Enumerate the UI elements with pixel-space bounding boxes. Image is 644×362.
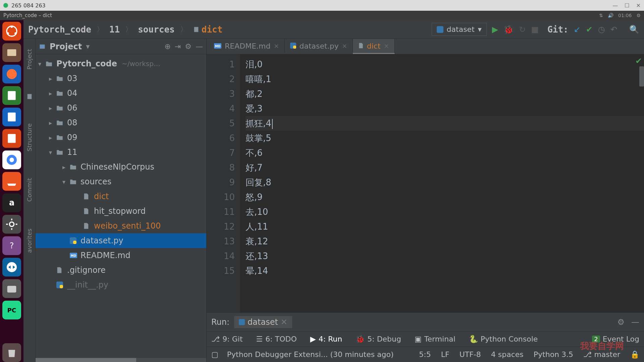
tree-item-sources[interactable]: ▾sources xyxy=(36,174,206,189)
git-update-icon[interactable]: ↙ xyxy=(574,25,581,34)
expand-arrow-icon[interactable]: ▸ xyxy=(49,75,56,82)
close-icon[interactable]: ✕ xyxy=(274,43,279,50)
gutter-project[interactable]: Project xyxy=(26,46,33,73)
expand-arrow-icon[interactable]: ▸ xyxy=(49,90,56,97)
code-line[interactable]: 怒,9 xyxy=(246,190,644,204)
code-line[interactable]: 好,7 xyxy=(246,160,644,175)
software-icon[interactable] xyxy=(2,172,21,191)
run-settings-icon[interactable]: ⚙ xyxy=(617,317,625,327)
tool-python-console[interactable]: 🐍Python Console xyxy=(469,335,538,343)
hide-icon[interactable]: — xyxy=(196,42,203,51)
tree-item--gitignore[interactable]: .gitignore xyxy=(36,263,206,278)
code-line[interactable]: 回复,8 xyxy=(246,175,644,190)
close-icon[interactable]: ✕ xyxy=(342,43,347,50)
firefox-icon[interactable] xyxy=(2,65,21,83)
code-editor[interactable]: 123456789101112131415 泪,0嘻嘻,1都,2爱,3抓狂,4鼓… xyxy=(207,54,644,312)
code-line[interactable]: 还,13 xyxy=(246,249,644,263)
tree-item-11[interactable]: ▾11 xyxy=(36,145,206,160)
tree-item---init---py[interactable]: __init__.py xyxy=(36,278,206,292)
debug-button[interactable]: 🐞 xyxy=(503,25,514,34)
tree-item-dataset-py[interactable]: dataset.py xyxy=(36,233,206,248)
code-line[interactable]: 都,2 xyxy=(246,86,644,101)
calc-icon[interactable] xyxy=(2,86,21,105)
expand-arrow-icon[interactable]: ▾ xyxy=(49,149,56,156)
tree-item-chinesenlpcorpus[interactable]: ▸ChineseNlpCorpus xyxy=(36,160,206,174)
breadcrumb-2[interactable]: sources xyxy=(138,24,175,35)
code-line[interactable]: 衰,12 xyxy=(246,234,644,249)
scrollbar-thumb[interactable] xyxy=(36,358,136,362)
settings-launcher-icon[interactable] xyxy=(2,215,21,234)
expand-arrow-icon[interactable]: ▸ xyxy=(49,134,56,141)
tree-item-dict[interactable]: dict xyxy=(36,189,206,204)
chevron-down-icon[interactable]: ▾ xyxy=(86,42,90,51)
git-rollback-icon[interactable]: ↶ xyxy=(610,25,617,34)
code-line[interactable]: 爱,3 xyxy=(246,101,644,116)
run-button[interactable]: ▶ xyxy=(492,25,498,34)
tree-item-readme-md[interactable]: MDREADME.md xyxy=(36,248,206,263)
code-line[interactable]: 去,10 xyxy=(246,204,644,219)
run-config-select[interactable]: dataset ▾ xyxy=(432,23,487,36)
tree-item-08[interactable]: ▸08 xyxy=(36,115,206,130)
chrome-icon[interactable] xyxy=(2,150,21,169)
ubuntu-dash-icon[interactable] xyxy=(2,22,21,41)
minimize-icon[interactable]: — xyxy=(612,2,618,9)
tree-item-hit-stopword[interactable]: hit_stopword xyxy=(36,204,206,219)
run-panel-tab[interactable]: dataset ✕ xyxy=(234,316,292,328)
close-icon[interactable]: ✕ xyxy=(281,317,287,327)
expand-arrow-icon[interactable]: ▸ xyxy=(49,105,56,112)
tree-root[interactable]: ▾ Pytorch_code ~/worksp… xyxy=(36,56,206,71)
tool-git[interactable]: ⎇9: Git xyxy=(211,335,243,343)
gutter-commit[interactable]: Commit xyxy=(26,175,33,205)
writer-icon[interactable] xyxy=(2,108,21,126)
status-caret-pos[interactable]: 5:5 xyxy=(419,350,431,359)
tree-item-06[interactable]: ▸06 xyxy=(36,101,206,115)
breadcrumb-1[interactable]: 11 xyxy=(109,24,120,35)
search-everywhere-icon[interactable]: 🔍 xyxy=(629,25,639,34)
code-lines[interactable]: 泪,0嘻嘻,1都,2爱,3抓狂,4鼓掌,5不,6好,7回复,8怒,9去,10人,… xyxy=(240,54,644,312)
status-indent[interactable]: 4 spaces xyxy=(491,350,524,359)
tree-item-03[interactable]: ▸03 xyxy=(36,71,206,86)
tree-item-04[interactable]: ▸04 xyxy=(36,86,206,101)
breadcrumb-3[interactable]: dict xyxy=(202,24,223,35)
tool-todo[interactable]: ☰6: TODO xyxy=(256,335,297,343)
trash-icon[interactable] xyxy=(2,343,21,362)
code-line[interactable]: 晕,14 xyxy=(246,263,644,278)
expand-icon[interactable]: ⇥ xyxy=(175,42,181,51)
expand-arrow-icon[interactable]: ▾ xyxy=(38,60,46,67)
code-line[interactable]: 泪,0 xyxy=(246,57,644,72)
teamviewer-icon[interactable] xyxy=(2,258,21,277)
git-commit-icon[interactable]: ✔ xyxy=(586,25,593,34)
editor-tab-readme-md[interactable]: MDREADME.md✕ xyxy=(209,39,285,53)
status-interpreter[interactable]: Python 3.5 xyxy=(534,350,573,359)
editor-v-scrollbar[interactable] xyxy=(639,66,644,86)
gutter-bookmark-icon[interactable] xyxy=(26,93,33,100)
gutter-structure[interactable]: Structure xyxy=(26,120,33,155)
close-icon[interactable]: ✕ xyxy=(384,43,389,50)
impress-icon[interactable] xyxy=(2,129,21,148)
status-box-icon[interactable]: ▢ xyxy=(211,350,218,359)
code-line[interactable]: 鼓掌,5 xyxy=(246,131,644,145)
pycharm-icon[interactable]: PC xyxy=(2,301,21,319)
editor-tab-dict[interactable]: dict✕ xyxy=(353,39,395,54)
code-line[interactable]: 人,11 xyxy=(246,219,644,234)
code-line[interactable]: 抓狂,4 xyxy=(246,116,644,131)
tree-item-09[interactable]: ▸09 xyxy=(36,130,206,145)
locate-icon[interactable]: ⊕ xyxy=(164,42,170,51)
tool-run[interactable]: ▶4: Run xyxy=(310,335,342,343)
close-icon[interactable]: ✕ xyxy=(636,2,641,9)
expand-arrow-icon[interactable]: ▾ xyxy=(62,178,70,185)
help-launcher-icon[interactable]: ? xyxy=(2,236,21,255)
maximize-icon[interactable]: ☐ xyxy=(625,2,629,9)
lock-icon[interactable]: 🔒 xyxy=(630,350,639,359)
code-line[interactable]: 嘻嘻,1 xyxy=(246,72,644,86)
window-controls[interactable]: — ☐ ✕ xyxy=(612,2,641,9)
tool-debug[interactable]: 🐞5: Debug xyxy=(356,335,401,343)
amazon-icon[interactable]: a xyxy=(2,193,21,212)
project-tree[interactable]: ▾ Pytorch_code ~/worksp… ▸03▸04▸06▸08▸09… xyxy=(36,54,206,362)
tool-terminal[interactable]: ▣Terminal xyxy=(415,335,455,343)
breadcrumb-0[interactable]: Pytorch_code xyxy=(28,24,91,35)
git-history-icon[interactable]: ◷ xyxy=(598,25,605,34)
gutter-favorites[interactable]: avorites xyxy=(26,225,33,256)
expand-arrow-icon[interactable]: ▸ xyxy=(62,164,70,171)
files-icon[interactable] xyxy=(2,43,21,62)
